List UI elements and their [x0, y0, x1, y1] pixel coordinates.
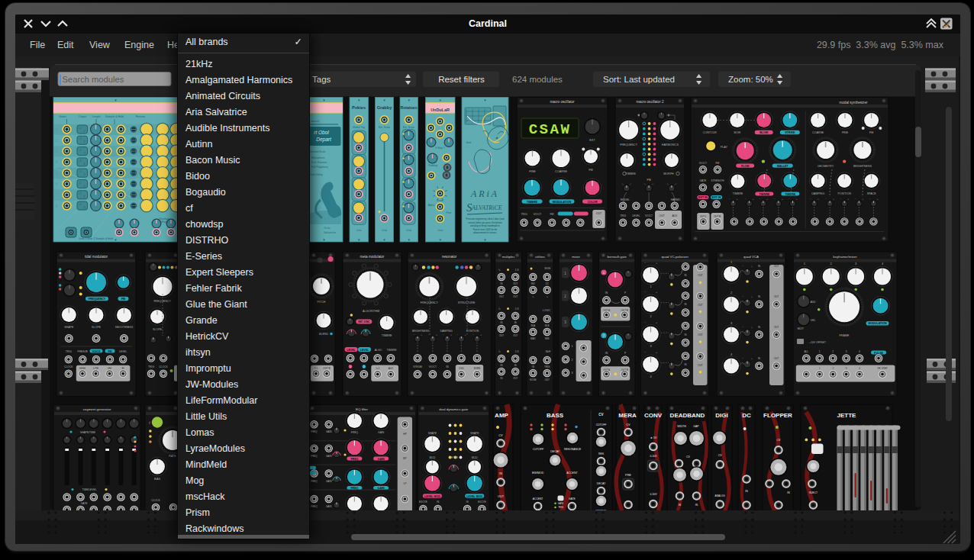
- svg-text:−: −: [742, 357, 743, 360]
- svg-text:1/1: 1/1: [546, 282, 550, 285]
- svg-text:MODULATION: MODULATION: [868, 322, 886, 325]
- svg-text:LOW: LOW: [93, 367, 98, 370]
- svg-text:ANALOG: ANALOG: [715, 494, 726, 497]
- svg-text:Offsets: Offsets: [160, 220, 169, 224]
- svg-text:OUT: OUT: [513, 334, 518, 337]
- svg-text:AMP: AMP: [495, 412, 508, 419]
- svg-text:1: 1: [603, 272, 605, 275]
- svg-text:▼: ▼: [408, 238, 411, 242]
- svg-text:TRIG: TRIG: [558, 506, 563, 509]
- svg-text:1:3: 1:3: [515, 350, 519, 353]
- svg-text:OUT: OUT: [499, 295, 505, 298]
- svg-text:OUT: OUT: [698, 333, 703, 336]
- svg-text:FREEZE: FREEZE: [78, 350, 89, 353]
- svg-text:Tags: Tags: [312, 75, 331, 84]
- svg-text:HARMONICS: HARMONICS: [662, 143, 679, 146]
- svg-text:Grabby: Grabby: [377, 105, 392, 110]
- svg-text:GAIN: GAIN: [326, 455, 331, 458]
- svg-text:BIAS: BIAS: [154, 478, 161, 481]
- svg-text:BP: BP: [403, 457, 406, 460]
- svg-text:OUT: OUT: [498, 495, 505, 498]
- svg-text:CUTOFF: CUTOFF: [596, 423, 607, 426]
- svg-text:DC: DC: [742, 412, 751, 419]
- svg-text:Precision engineering: what it: Precision engineering: what it does (and: [466, 217, 505, 220]
- svg-text:BOW: BOW: [734, 131, 741, 134]
- svg-text:+: +: [833, 198, 834, 201]
- svg-text:BRIGHTNESS: BRIGHTNESS: [412, 330, 430, 333]
- svg-text:FREQ: FREQ: [351, 431, 359, 434]
- svg-text:Reset filters: Reset filters: [438, 75, 485, 84]
- svg-text:segment generator: segment generator: [83, 407, 111, 411]
- svg-text:OUT: OUT: [774, 326, 779, 329]
- svg-text:IN B: IN B: [545, 324, 550, 327]
- svg-text:FREQ: FREQ: [311, 430, 318, 433]
- svg-text:ODD: ODD: [459, 367, 465, 370]
- svg-text:GAIN: GAIN: [378, 431, 385, 434]
- svg-text:↳: ↳: [498, 307, 501, 311]
- svg-text:TIMBRE: TIMBRE: [387, 349, 398, 352]
- svg-text:GATE: GATE: [569, 497, 576, 500]
- svg-text:IN: IN: [758, 357, 760, 360]
- svg-text:OUT L: OUT L: [700, 215, 707, 218]
- svg-text:IN: IN: [685, 363, 687, 366]
- svg-text:TRIG: TRIG: [66, 350, 72, 353]
- svg-text:TRIG: TRIG: [521, 213, 527, 216]
- svg-text:ALL: ALL: [804, 350, 808, 353]
- svg-text:modal synthesizer: modal synthesizer: [839, 101, 867, 105]
- svg-text:−: −: [456, 333, 458, 336]
- svg-text:FINE: FINE: [529, 170, 536, 173]
- svg-text:+: +: [876, 198, 878, 201]
- svg-text:LOGIC: LOGIC: [543, 309, 551, 312]
- svg-text:↳: ↳: [498, 349, 501, 353]
- svg-text:−: −: [745, 198, 747, 201]
- svg-text:HIGH: HIGH: [79, 367, 85, 370]
- svg-text:VOICE: VOICE: [92, 350, 101, 353]
- svg-text:2: 2: [572, 359, 573, 362]
- svg-text:LEVEL MOD: LEVEL MOD: [466, 495, 482, 498]
- svg-text:Gate 1 Gate 2 Sample & H: Gate 1 Gate 2 Sample & Hold: [79, 237, 113, 240]
- svg-text:CSAW: CSAW: [529, 121, 572, 138]
- svg-text:FINE: FINE: [842, 131, 849, 134]
- svg-text:GAIN: GAIN: [326, 430, 331, 433]
- svg-text:6: 6: [55, 182, 57, 186]
- svg-text:LEVEL MOD: LEVEL MOD: [424, 495, 440, 498]
- svg-text:LP: LP: [403, 482, 406, 485]
- svg-text:+: +: [751, 265, 753, 268]
- svg-text:senses) when you press the but: senses) when you press the buttons: [468, 221, 502, 224]
- svg-text:1+2: 1+2: [376, 367, 379, 370]
- svg-text:+: +: [464, 333, 466, 336]
- svg-text:GATE: GATE: [558, 502, 564, 505]
- svg-text:GAP: GAP: [693, 425, 699, 428]
- svg-text:7: 7: [55, 192, 57, 197]
- svg-text:STRIKE: STRIKE: [785, 131, 795, 134]
- svg-text:NOISE: NOISE: [530, 378, 537, 381]
- svg-text:▼: ▼: [408, 98, 411, 102]
- svg-text:Fortuna: Fortuna: [136, 115, 145, 118]
- svg-text:OUT B: OUT B: [621, 309, 628, 312]
- svg-text:IN A: IN A: [531, 324, 535, 327]
- svg-text:FM: FM: [550, 213, 554, 216]
- svg-text:PITCH: PITCH: [318, 301, 326, 304]
- svg-text:▼: ▼: [483, 98, 486, 102]
- svg-text:3 ch. Rotation: 3 ch. Rotation: [311, 161, 327, 164]
- svg-text:BI: BI: [122, 367, 124, 370]
- svg-text:SLOPE: SLOPE: [92, 326, 102, 329]
- svg-text:TRIG: TRIG: [148, 365, 154, 369]
- svg-text:→ +10V OFFSET: → +10V OFFSET: [806, 341, 826, 344]
- svg-text:UNI: UNI: [108, 367, 111, 370]
- svg-text:X Step Y: X Step Y: [435, 146, 446, 150]
- svg-text:OUT: OUT: [545, 378, 550, 381]
- svg-text:POSITION: POSITION: [466, 330, 479, 333]
- svg-text:Aria: Aria: [323, 226, 331, 230]
- svg-text:HARMO: HARMO: [671, 198, 681, 201]
- svg-text:IN: IN: [514, 364, 517, 367]
- svg-text:OUT: OUT: [774, 357, 779, 360]
- svg-text:GAIN: GAIN: [326, 505, 331, 508]
- svg-text:FM: FM: [716, 162, 720, 165]
- svg-text:Depart: Depart: [316, 137, 332, 143]
- svg-text:▼: ▼: [322, 238, 325, 242]
- svg-text:METER: METER: [450, 456, 459, 459]
- svg-text:TIMBRE: TIMBRE: [527, 201, 537, 204]
- svg-text:CV: CV: [598, 413, 603, 417]
- svg-text:0-10V: 0-10V: [650, 493, 657, 496]
